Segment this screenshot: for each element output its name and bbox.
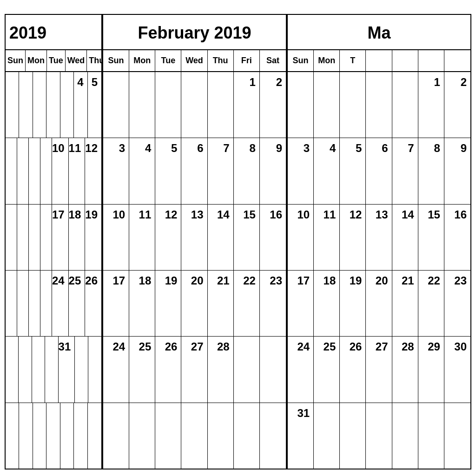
mar-cell [418,403,444,469]
feb-cell [181,403,207,469]
feb-week-4: 17 18 19 20 21 22 23 [103,271,286,337]
feb-cell [234,403,260,469]
jan-cell [19,403,33,469]
mar-cell: 31 [288,403,314,469]
january-grid: 4 5 10 11 12 17 18 19 [6,72,101,469]
mar-sat-header [444,50,470,71]
jan-cell [6,403,19,469]
jan-cell [29,138,40,204]
feb-cell [181,72,207,138]
jan-cell [46,403,60,469]
feb-cell: 3 [103,138,129,204]
feb-cell: 10 [103,205,129,270]
mar-cell [392,403,418,469]
jan-cell [60,403,74,469]
mar-cell: 26 [340,337,366,402]
mar-week-6: 31 [288,403,470,469]
feb-cell: 22 [234,271,260,336]
mar-cell: 15 [418,205,444,270]
feb-cell [129,72,155,138]
jan-cell [6,72,19,138]
mar-cell: 3 [288,138,314,204]
jan-cell [40,271,52,336]
feb-cell: 21 [208,271,234,336]
jan-cell: 24 [52,271,69,336]
feb-cell [208,72,234,138]
jan-week-5: 31 [6,337,101,403]
feb-sun-header: Sun [103,50,129,71]
mar-cell: 14 [392,205,418,270]
mar-cell: 17 [288,271,314,336]
mar-cell: 9 [444,138,470,204]
feb-cell [260,403,286,469]
january-day-headers: Sun Mon Tue Wed Thu Fri Sat [6,50,101,72]
jan-cell: 11 [69,138,86,204]
mar-cell: 24 [288,337,314,402]
feb-cell: 13 [181,205,207,270]
march-day-headers: Sun Mon T [288,50,470,72]
jan-cell [19,337,32,402]
mar-cell: 20 [366,271,392,336]
feb-week-3: 10 11 12 13 14 15 16 [103,205,286,271]
feb-cell [155,403,181,469]
jan-cell [46,72,60,138]
feb-week-2: 3 4 5 6 7 8 9 [103,138,286,204]
mar-cell: 29 [418,337,444,402]
mar-cell: 28 [392,337,418,402]
mar-cell: 19 [340,271,366,336]
mar-cell: 5 [340,138,366,204]
february-day-headers: Sun Mon Tue Wed Thu Fri Sat [103,50,286,72]
feb-cell: 4 [129,138,155,204]
feb-cell: 18 [129,271,155,336]
mar-thu-header [392,50,418,71]
feb-thu-header: Thu [208,50,234,71]
jan-week-1: 4 5 [6,72,101,138]
mar-cell: 23 [444,271,470,336]
feb-cell: 12 [155,205,181,270]
jan-cell: 31 [59,337,75,402]
jan-cell [88,403,101,469]
feb-cell: 20 [181,271,207,336]
feb-cell [129,403,155,469]
feb-week-6 [103,403,286,469]
jan-cell [33,403,46,469]
mar-sun-header: Sun [288,50,314,71]
mar-cell: 18 [314,271,340,336]
feb-cell: 9 [260,138,286,204]
jan-cell: 18 [69,205,86,270]
mar-cell: 16 [444,205,470,270]
jan-cell [19,72,33,138]
jan-tue-header: Tue [47,50,66,71]
feb-cell: 14 [208,205,234,270]
march-title: Ma [288,15,470,50]
feb-cell: 24 [103,337,129,402]
feb-cell: 26 [155,337,181,402]
feb-cell: 1 [234,72,260,138]
jan-cell [32,337,45,402]
feb-cell: 7 [208,138,234,204]
mar-week-4: 17 18 19 20 21 22 23 [288,271,470,337]
feb-cell: 8 [234,138,260,204]
feb-cell: 11 [129,205,155,270]
feb-cell [103,403,129,469]
jan-cell [60,72,74,138]
jan-cell: 10 [52,138,69,204]
mar-cell [340,403,366,469]
jan-cell [17,271,29,336]
feb-cell: 25 [129,337,155,402]
jan-cell: 4 [74,72,87,138]
jan-cell: 12 [85,138,101,204]
mar-cell: 4 [314,138,340,204]
jan-cell [33,72,46,138]
february-title: February 2019 [103,15,286,50]
mar-cell: 13 [366,205,392,270]
feb-cell: 16 [260,205,286,270]
jan-cell [17,138,29,204]
jan-mon-header: Mon [26,50,47,71]
jan-cell [29,271,40,336]
feb-mon-header: Mon [129,50,155,71]
mar-fri-header [418,50,444,71]
feb-cell: 28 [208,337,234,402]
feb-wed-header: Wed [181,50,207,71]
january-calendar: 2019 Sun Mon Tue Wed Thu Fri Sat 4 5 [5,14,102,469]
